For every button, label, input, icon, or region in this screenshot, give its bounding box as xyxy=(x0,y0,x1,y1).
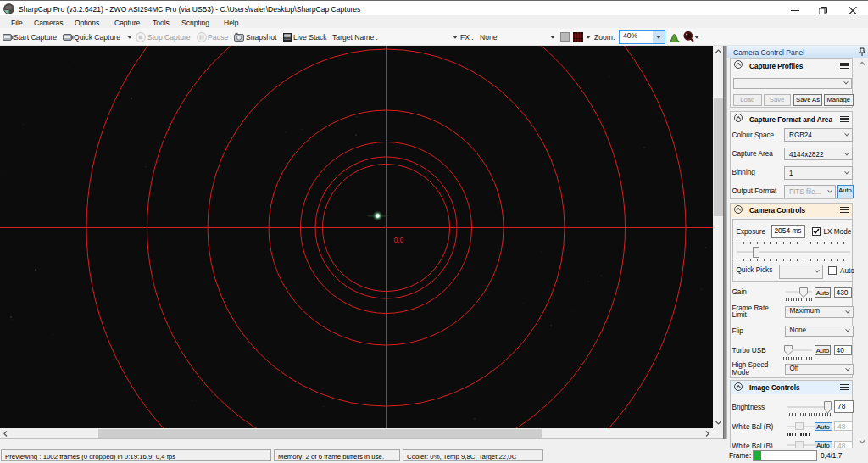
svg-text:0,0: 0,0 xyxy=(394,236,404,244)
